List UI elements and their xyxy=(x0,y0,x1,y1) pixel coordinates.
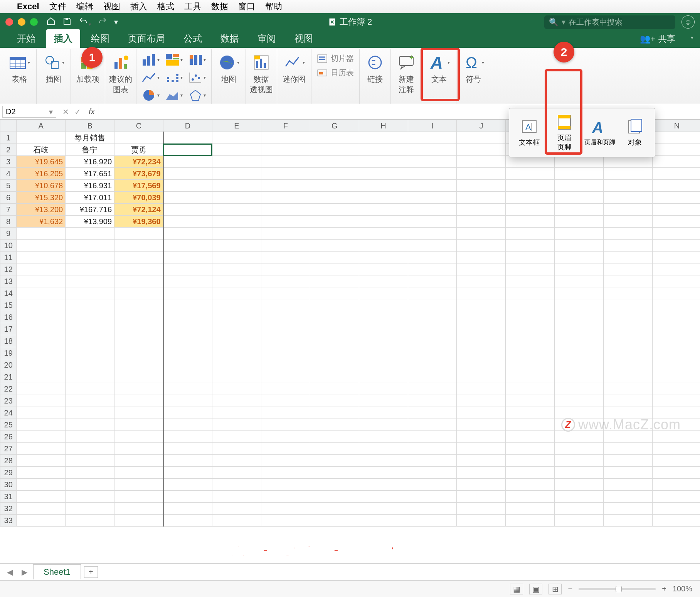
cell[interactable]: ¥10,678 xyxy=(17,180,66,192)
cell[interactable] xyxy=(653,144,700,156)
row-header[interactable]: 26 xyxy=(0,431,17,443)
cell[interactable] xyxy=(653,515,700,527)
cell[interactable] xyxy=(17,383,66,395)
cell[interactable] xyxy=(17,299,66,311)
cell[interactable]: 每月销售 xyxy=(66,132,114,144)
name-box-dropdown-icon[interactable]: ▾ xyxy=(49,107,53,116)
cell[interactable] xyxy=(457,503,506,515)
cell[interactable] xyxy=(261,515,310,527)
cell[interactable] xyxy=(212,311,261,323)
cell[interactable] xyxy=(359,455,408,467)
cell[interactable] xyxy=(17,407,66,419)
cell[interactable] xyxy=(261,395,310,407)
cell[interactable] xyxy=(114,431,163,443)
prev-sheet-icon[interactable]: ◀ xyxy=(4,567,15,577)
cell[interactable]: ¥16,920 xyxy=(66,156,114,168)
cell[interactable] xyxy=(66,503,114,515)
cell[interactable] xyxy=(261,192,310,204)
cell[interactable] xyxy=(408,419,457,431)
cell[interactable] xyxy=(408,240,457,252)
hyperlink-button[interactable] xyxy=(363,52,387,73)
collapse-ribbon-icon[interactable]: ˄ xyxy=(684,32,700,48)
cell[interactable] xyxy=(604,395,653,407)
cell[interactable] xyxy=(408,144,457,156)
cell[interactable] xyxy=(261,263,310,275)
cell[interactable] xyxy=(66,311,114,323)
cell[interactable] xyxy=(408,252,457,263)
cell[interactable] xyxy=(555,479,604,491)
cell[interactable] xyxy=(555,371,604,383)
cell[interactable] xyxy=(457,371,506,383)
cell[interactable] xyxy=(653,335,700,347)
cell[interactable] xyxy=(261,180,310,192)
cell[interactable] xyxy=(555,443,604,455)
page-layout-view-icon[interactable]: ▣ xyxy=(529,584,542,594)
cell[interactable] xyxy=(17,431,66,443)
cell[interactable] xyxy=(261,335,310,347)
cell[interactable] xyxy=(457,311,506,323)
cell[interactable] xyxy=(66,263,114,275)
cell[interactable] xyxy=(457,347,506,359)
row-header[interactable]: 27 xyxy=(0,443,17,455)
cell[interactable] xyxy=(604,252,653,263)
row-header[interactable]: 33 xyxy=(0,515,17,527)
cell[interactable] xyxy=(506,263,555,275)
cell[interactable] xyxy=(359,335,408,347)
cell[interactable] xyxy=(653,479,700,491)
zoom-level[interactable]: 100% xyxy=(673,584,692,593)
cell[interactable] xyxy=(17,132,66,144)
cell[interactable] xyxy=(457,467,506,479)
cell[interactable] xyxy=(114,299,163,311)
cell[interactable] xyxy=(604,311,653,323)
cell[interactable] xyxy=(17,347,66,359)
cancel-formula-icon[interactable]: ✕ xyxy=(62,107,69,116)
cell[interactable] xyxy=(66,407,114,419)
cell[interactable] xyxy=(359,467,408,479)
cell[interactable] xyxy=(163,503,212,515)
cell[interactable] xyxy=(114,252,163,263)
cell[interactable] xyxy=(408,204,457,216)
cell[interactable] xyxy=(604,371,653,383)
cell[interactable] xyxy=(506,311,555,323)
row-header[interactable]: 15 xyxy=(0,299,17,311)
cell[interactable] xyxy=(261,299,310,311)
cell[interactable] xyxy=(506,156,555,168)
cell[interactable] xyxy=(408,479,457,491)
cell[interactable] xyxy=(17,515,66,527)
cell[interactable] xyxy=(653,168,700,180)
cell[interactable] xyxy=(457,204,506,216)
accept-formula-icon[interactable]: ✓ xyxy=(74,107,81,116)
cell[interactable] xyxy=(359,479,408,491)
cell[interactable] xyxy=(114,503,163,515)
cell[interactable] xyxy=(261,228,310,240)
cell[interactable] xyxy=(457,144,506,156)
pie-chart-icon[interactable]: ▾ xyxy=(142,87,160,103)
cell[interactable]: ¥17,651 xyxy=(66,168,114,180)
cell[interactable] xyxy=(212,204,261,216)
col-header[interactable]: C xyxy=(114,120,163,132)
tab-insert[interactable]: 插入 xyxy=(46,29,80,48)
maximize-window-icon[interactable] xyxy=(30,18,38,26)
cell[interactable] xyxy=(408,263,457,275)
cell[interactable] xyxy=(17,252,66,263)
cell[interactable] xyxy=(457,395,506,407)
cell[interactable] xyxy=(653,156,700,168)
tab-page-layout[interactable]: 页面布局 xyxy=(120,29,173,48)
row-header[interactable]: 31 xyxy=(0,491,17,503)
cell[interactable] xyxy=(114,479,163,491)
cell[interactable] xyxy=(653,287,700,299)
cell[interactable] xyxy=(66,252,114,263)
cell[interactable] xyxy=(506,371,555,383)
cell[interactable] xyxy=(212,180,261,192)
cell[interactable] xyxy=(506,395,555,407)
cell[interactable] xyxy=(457,287,506,299)
cell[interactable] xyxy=(17,479,66,491)
cell[interactable] xyxy=(310,395,359,407)
tab-view[interactable]: 视图 xyxy=(287,29,321,48)
row-header[interactable]: 3 xyxy=(0,156,17,168)
cell[interactable] xyxy=(457,431,506,443)
cell[interactable] xyxy=(17,287,66,299)
cell[interactable] xyxy=(408,491,457,503)
row-header[interactable]: 11 xyxy=(0,252,17,263)
cell[interactable] xyxy=(604,383,653,395)
